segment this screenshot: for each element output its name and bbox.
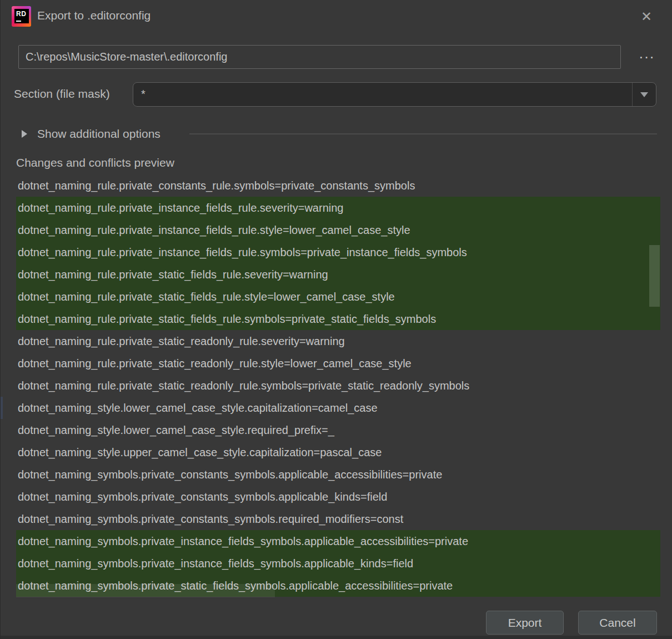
- preview-list-item[interactable]: dotnet_naming_rule.private_instance_fiel…: [16, 197, 660, 219]
- chevron-down-icon: [640, 92, 648, 97]
- cancel-button[interactable]: Cancel: [578, 611, 657, 635]
- preview-list-item[interactable]: dotnet_naming_rule.private_static_readon…: [16, 375, 660, 397]
- rider-logo-inner: RD: [14, 9, 29, 23]
- export-button[interactable]: Export: [486, 611, 564, 635]
- rider-logo-text: RD: [16, 10, 26, 18]
- rider-logo-icon: RD: [12, 6, 31, 27]
- browse-button[interactable]: ···: [635, 47, 658, 67]
- preview-rows: dotnet_naming_rule.private_constants_rul…: [16, 174, 660, 597]
- preview-list-item[interactable]: dotnet_naming_symbols.private_constants_…: [16, 486, 660, 508]
- show-additional-options-label: Show additional options: [37, 127, 161, 141]
- preview-list: dotnet_naming_rule.private_constants_rul…: [16, 174, 660, 597]
- preview-list-item[interactable]: dotnet_naming_symbols.private_constants_…: [16, 508, 660, 530]
- preview-list-item[interactable]: dotnet_naming_style.lower_camel_case_sty…: [16, 397, 660, 419]
- rider-logo-underscore: [16, 21, 21, 22]
- preview-list-item[interactable]: dotnet_naming_rule.private_static_readon…: [16, 352, 660, 375]
- file-mask-combobox[interactable]: *: [133, 82, 656, 107]
- scrollbar-thumb[interactable]: [649, 245, 660, 307]
- preview-list-item[interactable]: dotnet_naming_symbols.private_instance_f…: [16, 552, 660, 575]
- combo-dropdown-button[interactable]: [632, 83, 656, 106]
- preview-list-item[interactable]: dotnet_naming_symbols.private_instance_f…: [16, 530, 660, 552]
- preview-list-item[interactable]: dotnet_naming_rule.private_instance_fiel…: [16, 241, 660, 263]
- preview-list-item[interactable]: dotnet_naming_style.lower_camel_case_sty…: [16, 419, 660, 441]
- section-file-mask-label: Section (file mask): [14, 87, 110, 101]
- close-button[interactable]: ✕: [636, 7, 656, 27]
- preview-list-item[interactable]: dotnet_naming_rule.private_static_fields…: [16, 308, 660, 330]
- export-dialog: RD Export to .editorconfig ✕ ··· Section…: [0, 0, 672, 639]
- left-edge-stripe: [1, 397, 3, 419]
- file-mask-value: *: [141, 88, 146, 101]
- show-additional-options-toggle[interactable]: Show additional options: [22, 127, 161, 141]
- section-separator: [189, 133, 657, 134]
- preview-list-item[interactable]: dotnet_naming_symbols.private_static_fie…: [16, 575, 660, 597]
- dialog-bottom-edge: [1, 636, 672, 639]
- close-icon: ✕: [641, 10, 652, 23]
- dialog-title: Export to .editorconfig: [37, 9, 151, 22]
- collapsed-arrow-icon: [22, 130, 27, 138]
- preview-title: Changes and conflicts preview: [16, 156, 174, 169]
- preview-list-item[interactable]: dotnet_naming_symbols.private_constants_…: [16, 463, 660, 486]
- preview-list-item[interactable]: dotnet_naming_rule.private_constants_rul…: [16, 174, 660, 197]
- preview-list-item[interactable]: dotnet_naming_rule.private_static_fields…: [16, 263, 660, 286]
- editorconfig-path-input[interactable]: [18, 45, 621, 69]
- preview-list-item[interactable]: dotnet_naming_style.upper_camel_case_sty…: [16, 441, 660, 463]
- preview-list-item[interactable]: dotnet_naming_rule.private_static_fields…: [16, 286, 660, 308]
- preview-list-item[interactable]: dotnet_naming_rule.private_instance_fiel…: [16, 219, 660, 241]
- preview-list-item[interactable]: dotnet_naming_rule.private_static_readon…: [16, 330, 660, 352]
- title-bar: RD Export to .editorconfig ✕: [1, 0, 672, 32]
